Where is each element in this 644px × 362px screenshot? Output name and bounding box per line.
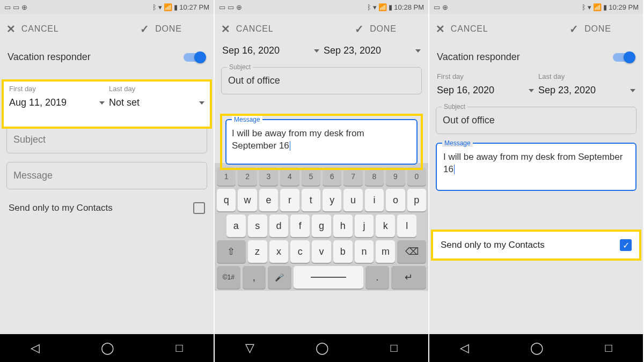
recent-icon[interactable]: □	[605, 341, 612, 355]
key-n[interactable]: n	[355, 240, 374, 263]
key-d[interactable]: d	[269, 215, 289, 237]
key-v[interactable]: v	[312, 240, 331, 263]
recent-icon[interactable]: □	[391, 341, 398, 355]
status-bar: ▭ ▭ ⊕ ᛒ ▾ 📶 ▮ 10:28 PM	[215, 0, 428, 14]
key-b[interactable]: b	[333, 240, 353, 263]
status-icon: ▭	[228, 3, 234, 11]
responder-toggle[interactable]	[184, 53, 205, 62]
responder-toggle[interactable]	[613, 53, 634, 62]
key-t[interactable]: t	[302, 189, 320, 211]
back-icon[interactable]: ◁	[460, 341, 469, 355]
battery-icon: ▮	[389, 3, 392, 11]
signal-icon: 📶	[164, 3, 172, 11]
battery-icon: ▮	[174, 3, 178, 11]
status-icon: ⊕	[236, 3, 242, 11]
key-p[interactable]: p	[407, 189, 426, 211]
contacts-row[interactable]: Send only to my Contacts	[0, 194, 214, 223]
key-symbols[interactable]: ©1#	[217, 266, 240, 289]
cancel-button[interactable]: ✕ CANCEL	[6, 23, 99, 35]
key-c[interactable]: c	[290, 240, 310, 263]
key-r[interactable]: r	[280, 189, 299, 211]
message-input[interactable]: Message I will be away from my desk from…	[225, 119, 418, 165]
key-y[interactable]: y	[323, 189, 341, 211]
key-2[interactable]: 2	[238, 167, 257, 186]
key-u[interactable]: u	[343, 189, 362, 211]
top-actions: ✕ CANCEL ✓ DONE	[0, 14, 214, 44]
key-backspace[interactable]: ⌫	[397, 240, 426, 263]
first-day-picker[interactable]: Sep 16, 2020	[222, 45, 319, 56]
status-bar: ▭ ⊕ ᛒ ▾ 📶 ▮ 10:29 PM	[429, 0, 643, 14]
key-m[interactable]: m	[376, 240, 395, 263]
date-row: Sep 16, 2020 Sep 23, 2020	[215, 44, 428, 63]
last-day-label: Last day	[109, 85, 204, 93]
key-f[interactable]: f	[290, 215, 310, 237]
home-icon[interactable]: ◯	[101, 341, 114, 355]
last-day-value: Sep 23, 2020	[538, 85, 596, 96]
key-q[interactable]: q	[217, 189, 236, 211]
last-day-picker[interactable]: Last day Sep 23, 2020	[538, 72, 635, 96]
cancel-button[interactable]: ✕ CANCEL	[436, 23, 528, 35]
message-highlight: Message I will be away from my desk from…	[220, 114, 423, 170]
last-day-picker[interactable]: Last day Not set	[109, 85, 204, 122]
top-actions: ✕ CANCEL ✓ DONE	[215, 14, 428, 44]
key-comma[interactable]: ,	[243, 266, 266, 289]
recent-icon[interactable]: □	[176, 341, 183, 355]
done-label: DONE	[584, 24, 611, 34]
status-icon: ▭	[434, 3, 440, 11]
check-icon: ✓	[355, 23, 364, 35]
home-icon[interactable]: ◯	[530, 341, 544, 355]
key-enter[interactable]: ↵	[391, 266, 426, 289]
key-a[interactable]: a	[226, 215, 246, 237]
key-j[interactable]: j	[355, 215, 374, 237]
key-z[interactable]: z	[248, 240, 267, 263]
key-1[interactable]: 1	[217, 167, 236, 186]
key-7[interactable]: 7	[343, 167, 362, 186]
key-o[interactable]: o	[386, 189, 405, 211]
key-g[interactable]: g	[312, 215, 331, 237]
key-e[interactable]: e	[259, 189, 278, 211]
battery-icon: ▮	[603, 3, 607, 11]
key-w[interactable]: w	[238, 189, 257, 211]
screen-3: ▭ ⊕ ᛒ ▾ 📶 ▮ 10:29 PM ✕ CANCEL ✓ DONE Vac…	[429, 0, 644, 362]
key-4[interactable]: 4	[280, 167, 299, 186]
key-space[interactable]	[294, 266, 364, 289]
key-0[interactable]: 0	[407, 167, 426, 186]
key-i[interactable]: i	[365, 189, 384, 211]
home-icon[interactable]: ◯	[316, 341, 329, 355]
done-button[interactable]: ✓ DONE	[330, 23, 422, 35]
wifi-icon: ▾	[373, 3, 377, 11]
message-input[interactable]: Message	[6, 162, 207, 189]
key-mic[interactable]: 🎤	[268, 266, 291, 289]
key-s[interactable]: s	[248, 215, 267, 237]
key-x[interactable]: x	[269, 240, 289, 263]
back-icon[interactable]: ◁	[31, 341, 40, 355]
contacts-label: Send only to my Contacts	[441, 240, 545, 250]
contacts-checkbox[interactable]	[193, 202, 205, 214]
key-3[interactable]: 3	[259, 167, 278, 186]
keyboard[interactable]: 1 2 3 4 5 6 7 8 9 0 q w e r t y u i o p …	[215, 163, 428, 291]
first-day-picker[interactable]: First day Aug 11, 2019	[9, 85, 105, 122]
contacts-checkbox[interactable]: ✓	[620, 239, 632, 251]
key-period[interactable]: .	[365, 266, 389, 289]
key-l[interactable]: l	[397, 215, 416, 237]
key-h[interactable]: h	[333, 215, 353, 237]
last-day-value: Not set	[109, 97, 140, 108]
message-input[interactable]: Message I will be away from my desk from…	[436, 143, 636, 191]
key-6[interactable]: 6	[323, 167, 341, 186]
done-button[interactable]: ✓ DONE	[544, 23, 636, 35]
chevron-down-icon	[99, 101, 105, 105]
done-button[interactable]: ✓ DONE	[115, 23, 207, 35]
subject-input[interactable]: Subject Out of office	[221, 67, 422, 94]
key-shift[interactable]: ⇧	[217, 240, 246, 263]
key-9[interactable]: 9	[386, 167, 405, 186]
last-day-picker[interactable]: Sep 23, 2020	[324, 45, 421, 56]
cancel-button[interactable]: ✕ CANCEL	[221, 23, 313, 35]
first-day-picker[interactable]: First day Sep 16, 2020	[437, 72, 534, 96]
key-5[interactable]: 5	[302, 167, 320, 186]
back-icon[interactable]: ▽	[245, 341, 254, 355]
subject-input[interactable]: Subject	[6, 126, 207, 153]
key-k[interactable]: k	[376, 215, 395, 237]
text-cursor	[454, 165, 455, 174]
key-8[interactable]: 8	[365, 167, 384, 186]
subject-input[interactable]: Subject Out of office	[436, 107, 636, 134]
